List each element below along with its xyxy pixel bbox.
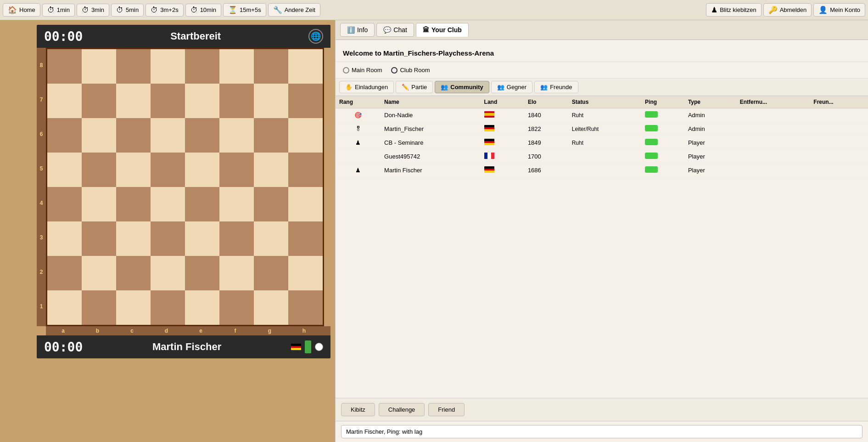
subtab-gegner[interactable]: 👥 Gegner — [491, 81, 532, 93]
square-e7[interactable] — [185, 84, 219, 118]
1min-button[interactable]: ⏱ 1min — [42, 4, 75, 17]
globe-icon: 🌐 — [308, 29, 323, 44]
square-g5[interactable] — [254, 153, 288, 187]
square-a5[interactable] — [47, 153, 82, 187]
square-c6[interactable] — [116, 118, 151, 153]
square-b6[interactable] — [82, 118, 116, 153]
subtab-community[interactable]: 👥 Community — [435, 81, 489, 93]
square-f6[interactable] — [219, 118, 254, 153]
square-d2[interactable] — [151, 256, 185, 290]
square-h4[interactable] — [288, 187, 323, 221]
square-e2[interactable] — [185, 256, 219, 290]
main-room-radio[interactable] — [343, 67, 349, 74]
andere-zeit-button[interactable]: 🔧 Andere Zeit — [268, 3, 320, 17]
square-e5[interactable] — [185, 153, 219, 187]
player-entfernung — [736, 164, 810, 177]
square-h8[interactable] — [288, 49, 323, 84]
table-row[interactable]: 🎖Martin_Fischer1822Leiter/RuhtAdmin — [336, 122, 868, 136]
square-e4[interactable] — [185, 187, 219, 221]
square-a8[interactable] — [47, 49, 82, 84]
square-g3[interactable] — [254, 221, 288, 256]
3min-button[interactable]: ⏱ 3min — [77, 4, 109, 17]
square-b2[interactable] — [82, 256, 116, 290]
square-b7[interactable] — [82, 84, 116, 118]
3m2s-button[interactable]: ⏱ 3m+2s — [146, 4, 183, 17]
square-g7[interactable] — [254, 84, 288, 118]
blitz-kiebitzen-button[interactable]: ♟ Blitz kiebitzen — [706, 3, 761, 17]
square-a3[interactable] — [47, 221, 82, 256]
square-e8[interactable] — [185, 49, 219, 84]
table-row[interactable]: 🎯Don-Nadie1840RuhtAdmin — [336, 108, 868, 122]
square-h3[interactable] — [288, 221, 323, 256]
main-room-option[interactable]: Main Room — [343, 67, 382, 74]
chess-board[interactable] — [46, 48, 324, 326]
square-f5[interactable] — [219, 153, 254, 187]
square-d8[interactable] — [151, 49, 185, 84]
square-c3[interactable] — [116, 221, 151, 256]
club-room-radio[interactable] — [391, 67, 398, 74]
square-h1[interactable] — [288, 290, 323, 325]
col-ping: Ping — [641, 96, 684, 108]
table-row[interactable]: ♟Martin Fischer1686Player — [336, 164, 868, 177]
square-a1[interactable] — [47, 290, 82, 325]
square-b1[interactable] — [82, 290, 116, 325]
10min-button[interactable]: ⏱ 10min — [185, 4, 221, 17]
square-c1[interactable] — [116, 290, 151, 325]
square-c7[interactable] — [116, 84, 151, 118]
tab-your-club[interactable]: 🏛 Your Club — [416, 23, 469, 37]
square-c4[interactable] — [116, 187, 151, 221]
square-f1[interactable] — [219, 290, 254, 325]
square-a7[interactable] — [47, 84, 82, 118]
15m5s-button[interactable]: ⏳ 15m+5s — [223, 3, 266, 17]
square-c5[interactable] — [116, 153, 151, 187]
square-g4[interactable] — [254, 187, 288, 221]
subtab-einladungen[interactable]: ✋ Einladungen — [339, 81, 394, 93]
abmelden-button[interactable]: 🔑 Abmelden — [763, 3, 812, 17]
square-g8[interactable] — [254, 49, 288, 84]
square-c8[interactable] — [116, 49, 151, 84]
subtab-freunde[interactable]: 👥 Freunde — [534, 81, 578, 93]
square-c2[interactable] — [116, 256, 151, 290]
chat-input[interactable] — [341, 425, 862, 438]
friend-button[interactable]: Friend — [428, 403, 465, 416]
mein-konto-button[interactable]: 👤 Mein Konto — [813, 3, 865, 17]
square-a2[interactable] — [47, 256, 82, 290]
table-row[interactable]: Guest4957421700Player — [336, 150, 868, 164]
square-d7[interactable] — [151, 84, 185, 118]
square-d3[interactable] — [151, 221, 185, 256]
square-f4[interactable] — [219, 187, 254, 221]
square-a4[interactable] — [47, 187, 82, 221]
square-h7[interactable] — [288, 84, 323, 118]
square-b8[interactable] — [82, 49, 116, 84]
square-g6[interactable] — [254, 118, 288, 153]
square-d4[interactable] — [151, 187, 185, 221]
square-b3[interactable] — [82, 221, 116, 256]
square-b5[interactable] — [82, 153, 116, 187]
square-a6[interactable] — [47, 118, 82, 153]
square-f7[interactable] — [219, 84, 254, 118]
square-g1[interactable] — [254, 290, 288, 325]
tab-info[interactable]: ℹ️ Info — [340, 23, 375, 37]
square-h6[interactable] — [288, 118, 323, 153]
square-d5[interactable] — [151, 153, 185, 187]
challenge-button[interactable]: Challenge — [379, 403, 425, 416]
5min-button[interactable]: ⏱ 5min — [111, 4, 144, 17]
square-b4[interactable] — [82, 187, 116, 221]
tab-chat[interactable]: 💬 Chat — [376, 23, 414, 37]
square-h2[interactable] — [288, 256, 323, 290]
kibitz-button[interactable]: Kibitz — [341, 403, 375, 416]
subtab-partie[interactable]: ✏️ Partie — [396, 81, 433, 93]
square-f8[interactable] — [219, 49, 254, 84]
square-h5[interactable] — [288, 153, 323, 187]
home-button[interactable]: 🏠 Home — [3, 3, 40, 17]
square-e1[interactable] — [185, 290, 219, 325]
square-d6[interactable] — [151, 118, 185, 153]
square-e3[interactable] — [185, 221, 219, 256]
table-row[interactable]: ♟CB - Seminare1849RuhtPlayer — [336, 136, 868, 150]
square-g2[interactable] — [254, 256, 288, 290]
square-f3[interactable] — [219, 221, 254, 256]
square-f2[interactable] — [219, 256, 254, 290]
club-room-option[interactable]: Club Room — [391, 67, 430, 74]
square-e6[interactable] — [185, 118, 219, 153]
square-d1[interactable] — [151, 290, 185, 325]
